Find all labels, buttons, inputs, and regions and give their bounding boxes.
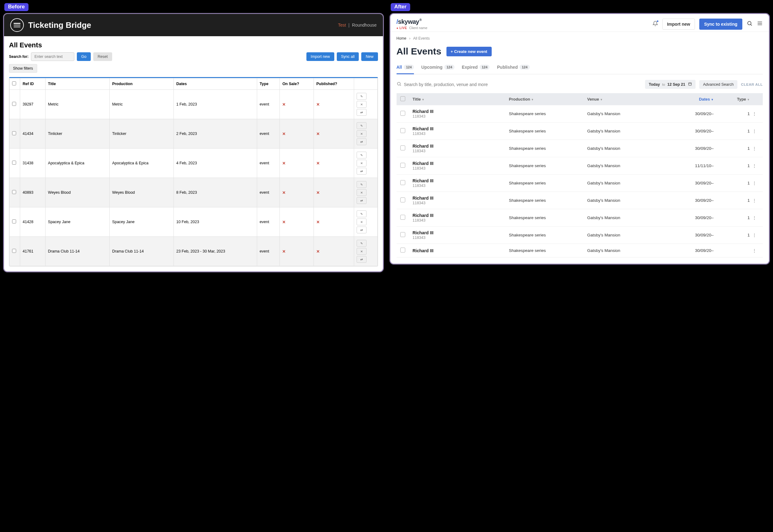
delete-icon[interactable]: ✕	[357, 160, 367, 167]
cell-title[interactable]: Richard III118343	[413, 161, 509, 171]
tab-count: 124	[519, 65, 529, 70]
cell-production: Shakespeare series	[509, 163, 587, 168]
cell-title[interactable]: Richard III	[413, 248, 509, 253]
menu-icon[interactable]	[757, 20, 763, 28]
cell-title[interactable]: Richard III118343	[413, 126, 509, 136]
col-type[interactable]: Type	[257, 78, 280, 90]
row-checkbox[interactable]	[400, 215, 405, 220]
clear-all-button[interactable]: CLEAR ALL	[741, 83, 763, 86]
row-checkbox[interactable]	[12, 161, 16, 165]
breadcrumb-home[interactable]: Home	[397, 36, 406, 41]
col-title[interactable]: Title	[45, 78, 109, 90]
row-checkbox[interactable]	[400, 128, 405, 133]
edit-icon[interactable]: ✎	[357, 240, 367, 247]
col-type[interactable]: Type▼	[714, 97, 750, 102]
cell-title[interactable]: Richard III118343	[413, 230, 509, 240]
row-checkbox[interactable]	[12, 190, 16, 194]
col-ref-id[interactable]: Ref ID	[20, 78, 46, 90]
row-checkbox[interactable]	[400, 197, 405, 202]
row-checkbox[interactable]	[400, 111, 405, 116]
cell-title[interactable]: Richard III118343	[413, 178, 509, 188]
row-checkbox[interactable]	[400, 163, 405, 168]
cell-dates: 30/09/20–	[659, 111, 714, 116]
advanced-search-button[interactable]: Advanced Search	[699, 80, 737, 89]
show-filters-button[interactable]: Show filters	[9, 64, 37, 73]
row-checkbox[interactable]	[400, 248, 405, 253]
cell-on-sale: ✕	[280, 149, 314, 178]
select-all-checkbox[interactable]	[400, 96, 405, 101]
delete-icon[interactable]: ✕	[357, 101, 367, 108]
cell-production: Weyes Blood	[109, 178, 173, 207]
cell-type: 1	[714, 146, 750, 151]
tab-all[interactable]: All124	[397, 62, 414, 74]
table-row: Richard III118343Shakespeare seriesGatsb…	[397, 157, 763, 175]
cell-venue: Gatsby's Mansion	[587, 163, 659, 168]
cell-title[interactable]: Richard III118343	[413, 109, 509, 119]
sync-existing-button[interactable]: Sync to existing	[699, 19, 742, 30]
row-menu-icon[interactable]: ⋮	[750, 248, 759, 253]
col-dates[interactable]: Dates	[173, 78, 257, 90]
col-production[interactable]: Production▼	[509, 97, 587, 102]
go-button[interactable]: Go	[77, 52, 91, 61]
col-title[interactable]: Title▼	[413, 97, 509, 102]
search-icon[interactable]	[747, 20, 753, 28]
row-menu-icon[interactable]: ⋮	[750, 129, 759, 134]
row-menu-icon[interactable]: ⋮	[750, 198, 759, 203]
cell-venue: Gatsby's Mansion	[587, 215, 659, 220]
search-input[interactable]	[404, 82, 641, 87]
row-checkbox[interactable]	[400, 180, 405, 185]
new-button[interactable]: New	[361, 52, 378, 61]
tab-published[interactable]: Published124	[497, 62, 529, 74]
row-menu-icon[interactable]: ⋮	[750, 215, 759, 220]
import-new-button[interactable]: Import new	[662, 19, 695, 30]
col-production[interactable]: Production	[109, 78, 173, 90]
row-menu-icon[interactable]: ⋮	[750, 181, 759, 186]
swap-icon[interactable]: ⇄	[357, 138, 367, 145]
import-new-button[interactable]: Import new	[306, 52, 334, 61]
delete-icon[interactable]: ✕	[357, 218, 367, 225]
date-range-chip[interactable]: Today to 12 Sep 21	[645, 80, 696, 89]
swap-icon[interactable]: ⇄	[357, 109, 367, 116]
swap-icon[interactable]: ⇄	[357, 256, 367, 263]
edit-icon[interactable]: ✎	[357, 122, 367, 129]
delete-icon[interactable]: ✕	[357, 189, 367, 196]
cell-production: Apocalyptica & Epica	[109, 149, 173, 178]
delete-icon[interactable]: ✕	[357, 130, 367, 137]
swap-icon[interactable]: ⇄	[357, 197, 367, 204]
row-menu-icon[interactable]: ⋮	[750, 163, 759, 168]
col-dates[interactable]: Dates▼	[659, 97, 714, 102]
row-checkbox[interactable]	[400, 145, 405, 150]
row-menu-icon[interactable]: ⋮	[750, 233, 759, 238]
row-checkbox[interactable]	[400, 232, 405, 237]
row-checkbox[interactable]	[12, 219, 16, 223]
sync-all-button[interactable]: Sync all	[337, 52, 359, 61]
search-input[interactable]	[31, 52, 74, 61]
select-all-checkbox[interactable]	[12, 81, 16, 85]
delete-icon[interactable]: ✕	[357, 248, 367, 255]
cell-title[interactable]: Richard III118343	[413, 213, 509, 223]
edit-icon[interactable]: ✎	[357, 152, 367, 158]
swap-icon[interactable]: ⇄	[357, 168, 367, 175]
col-on-sale[interactable]: On Sale?	[280, 78, 314, 90]
table-header: Title▼ Production▼ Venue▼ Dates▼ Type▼	[397, 93, 763, 105]
col-published[interactable]: Published?	[314, 78, 354, 90]
col-venue[interactable]: Venue▼	[587, 97, 659, 102]
create-event-button[interactable]: + Create new event	[446, 47, 492, 56]
cell-title[interactable]: Richard III118343	[413, 144, 509, 153]
notifications-bell-icon[interactable]	[653, 21, 658, 28]
row-checkbox[interactable]	[12, 131, 16, 135]
reset-button[interactable]: Reset	[93, 52, 112, 61]
burger-menu-icon[interactable]	[10, 18, 24, 32]
tab-upcoming[interactable]: Upcoming124	[421, 62, 454, 74]
edit-icon[interactable]: ✎	[357, 181, 367, 188]
live-label: LIVE	[399, 26, 407, 30]
row-menu-icon[interactable]: ⋮	[750, 146, 759, 151]
row-menu-icon[interactable]: ⋮	[750, 111, 759, 116]
edit-icon[interactable]: ✎	[357, 210, 367, 217]
row-checkbox[interactable]	[12, 249, 16, 253]
cell-title[interactable]: Richard III118343	[413, 196, 509, 205]
swap-icon[interactable]: ⇄	[357, 227, 367, 233]
row-checkbox[interactable]	[12, 102, 16, 106]
edit-icon[interactable]: ✎	[357, 93, 367, 100]
tab-expired[interactable]: Expired124	[462, 62, 490, 74]
